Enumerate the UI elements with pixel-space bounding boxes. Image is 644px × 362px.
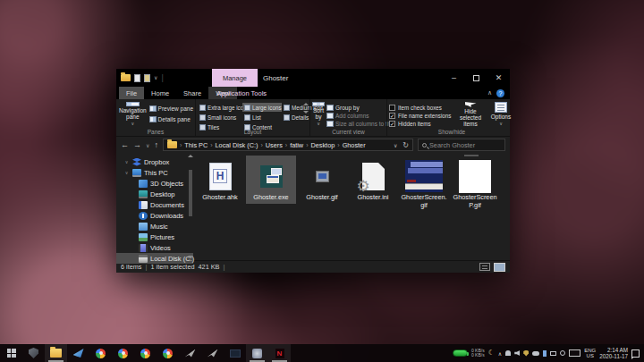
usb-icon[interactable] bbox=[560, 350, 565, 356]
sidebar-item-this-pc[interactable]: ∨ This PC bbox=[116, 167, 193, 178]
customize-toolbar-chevron-icon[interactable]: ∨ bbox=[154, 75, 157, 80]
manage-contextual-group[interactable]: Manage bbox=[212, 69, 258, 87]
crumb-ghoster[interactable]: Ghoster bbox=[343, 141, 366, 149]
tab-application-tools[interactable]: Application Tools bbox=[212, 87, 271, 99]
sidebar-item-dropbox[interactable]: ∨ Dropbox bbox=[116, 156, 193, 167]
search-input[interactable] bbox=[429, 141, 501, 149]
preview-pane-button[interactable]: Preview pane bbox=[149, 104, 193, 113]
extra-large-icons-option[interactable]: Extra large icons bbox=[198, 103, 242, 112]
action-center-icon[interactable] bbox=[631, 349, 640, 358]
crumb-users[interactable]: Users bbox=[266, 141, 283, 149]
crumb-this-pc[interactable]: This PC bbox=[184, 141, 208, 149]
night-light-icon[interactable]: ☾ bbox=[488, 349, 495, 357]
taskbar-app-browser-3[interactable] bbox=[134, 344, 157, 362]
group-by-button[interactable]: Group by bbox=[326, 104, 390, 111]
minimize-ribbon-icon[interactable]: ∧ bbox=[487, 89, 492, 97]
minimize-button[interactable]: – bbox=[443, 69, 465, 87]
tab-file[interactable]: File bbox=[119, 87, 144, 99]
taskbar-app-browser-2[interactable] bbox=[112, 344, 134, 362]
taskbar-app-netflix[interactable]: N bbox=[268, 344, 291, 362]
tab-home[interactable]: Home bbox=[144, 87, 176, 99]
sidebar-item-3d-objects[interactable]: 3D Objects bbox=[116, 178, 193, 189]
network-speed-widget[interactable]: 0 KB/s 0 KB/s bbox=[471, 349, 485, 358]
file-ghoster-gif[interactable]: Ghoster.gif bbox=[297, 156, 347, 204]
thumbnail-view-toggle-icon[interactable] bbox=[494, 263, 505, 272]
ribbon-group-layout: Extra large icons Large icons Medium ico… bbox=[195, 99, 309, 136]
bluetooth-icon[interactable] bbox=[543, 350, 547, 357]
close-button[interactable]: ✕ bbox=[487, 69, 510, 87]
back-icon[interactable]: ← bbox=[121, 140, 129, 149]
help-icon[interactable]: ? bbox=[496, 89, 504, 97]
file-ghosterscreenp-gif[interactable]: GhosterScreenP.gif bbox=[450, 156, 500, 211]
sidebar-label: 3D Objects bbox=[150, 180, 183, 188]
sidebar-item-local-disk[interactable]: Local Disk (C:) bbox=[116, 253, 193, 264]
taskbar-app-browser-4[interactable] bbox=[157, 344, 179, 362]
scrollbar-thumb[interactable] bbox=[189, 170, 192, 216]
sort-by-button[interactable]: Sort by ∨ bbox=[312, 102, 325, 127]
start-button[interactable] bbox=[0, 344, 22, 362]
navigation-pane-label: Navigation pane bbox=[118, 107, 148, 120]
taskbar-app-plane-1[interactable] bbox=[179, 344, 201, 362]
clock[interactable]: 2:14 AM 2020-11-17 bbox=[599, 347, 628, 359]
details-view-toggle-icon[interactable] bbox=[479, 263, 490, 271]
hide-selected-items-button[interactable]: Hide selected items bbox=[455, 102, 486, 127]
sidebar-scrollbar[interactable] bbox=[188, 153, 193, 260]
file-ghosterscreen-gif[interactable]: GhosterScreen.gif bbox=[399, 156, 449, 211]
forward-icon[interactable]: → bbox=[133, 140, 141, 149]
item-check-boxes-checkbox[interactable]: Item check boxes bbox=[389, 104, 453, 111]
small-icons-option[interactable]: Small icons bbox=[198, 113, 242, 122]
sidebar-item-downloads[interactable]: Downloads bbox=[116, 210, 193, 221]
expand-chevron-icon[interactable]: ∨ bbox=[123, 159, 130, 164]
file-ghoster-ini[interactable]: ⚙ Ghoster.ini bbox=[348, 156, 398, 204]
add-columns-button[interactable]: Add columns bbox=[326, 112, 390, 119]
sidebar-item-documents[interactable]: Documents bbox=[116, 199, 193, 210]
taskbar-app-gray[interactable] bbox=[246, 344, 268, 362]
large-icons-option[interactable]: Large icons bbox=[242, 103, 282, 112]
file-ghoster-ahk[interactable]: H Ghoster.ahk bbox=[195, 156, 245, 204]
file-name-extensions-checkbox[interactable]: ✓ File name extensions bbox=[389, 112, 453, 119]
details-pane-button[interactable]: Details pane bbox=[149, 114, 193, 123]
taskbar-app-blue[interactable] bbox=[67, 344, 89, 362]
expand-chevron-icon[interactable]: ∨ bbox=[123, 170, 130, 175]
maximize-button[interactable] bbox=[465, 69, 487, 87]
new-folder-icon[interactable] bbox=[144, 74, 150, 82]
address-dropdown-chevron-icon[interactable]: ∨ bbox=[394, 142, 397, 148]
list-option[interactable]: List bbox=[242, 113, 282, 122]
hidden-icons-chevron-icon[interactable]: ∧ bbox=[498, 350, 502, 357]
sidebar-item-pictures[interactable]: Pictures bbox=[116, 232, 193, 242]
size-all-columns-button[interactable]: Size all columns to fit bbox=[326, 120, 390, 127]
crumb-user[interactable]: fatiw bbox=[290, 141, 303, 149]
taskbar-app-plane-2[interactable] bbox=[201, 344, 224, 362]
recent-locations-chevron-icon[interactable]: ∨ bbox=[146, 142, 149, 148]
onedrive-icon[interactable] bbox=[532, 351, 539, 356]
crumb-desktop[interactable]: Desktop bbox=[311, 141, 335, 149]
sidebar-item-videos[interactable]: Videos bbox=[116, 242, 193, 253]
taskbar-app-dark[interactable] bbox=[224, 344, 246, 362]
navigation-pane-button[interactable]: Navigation pane ∨ bbox=[118, 102, 148, 127]
language-indicator[interactable]: ENG US bbox=[584, 348, 596, 359]
taskbar-app-file-explorer[interactable] bbox=[45, 344, 67, 362]
breadcrumb[interactable]: › This PC › Local Disk (C:) › Users › fa… bbox=[163, 139, 413, 151]
sidebar-item-music[interactable]: Music bbox=[116, 221, 193, 232]
refresh-icon[interactable]: ↻ bbox=[402, 141, 409, 149]
file-ghoster-exe[interactable]: Ghoster.exe bbox=[246, 156, 296, 204]
file-explorer-icon bbox=[50, 349, 62, 358]
layout-scroll-arrows[interactable] bbox=[303, 103, 309, 114]
volume-icon[interactable] bbox=[514, 350, 520, 356]
battery-widget-icon[interactable] bbox=[453, 349, 468, 357]
people-icon[interactable] bbox=[505, 350, 511, 356]
crumb-local-disk[interactable]: Local Disk (C:) bbox=[216, 141, 258, 149]
touch-keyboard-icon[interactable] bbox=[569, 349, 580, 357]
security-icon[interactable] bbox=[523, 350, 529, 357]
taskbar-app-shield[interactable] bbox=[22, 344, 45, 362]
taskbar-app-browser-1[interactable] bbox=[89, 344, 112, 362]
options-button[interactable]: Options ∨ bbox=[487, 102, 514, 127]
up-icon[interactable]: ↑ bbox=[154, 140, 158, 149]
display-icon[interactable] bbox=[550, 351, 556, 356]
sidebar-item-desktop[interactable]: Desktop bbox=[116, 189, 193, 199]
netflix-icon: N bbox=[275, 349, 284, 358]
properties-icon[interactable] bbox=[134, 74, 140, 82]
tab-share[interactable]: Share bbox=[176, 87, 208, 99]
search-box[interactable] bbox=[418, 139, 505, 151]
hidden-items-checkbox[interactable]: ✓ Hidden items bbox=[389, 120, 453, 127]
